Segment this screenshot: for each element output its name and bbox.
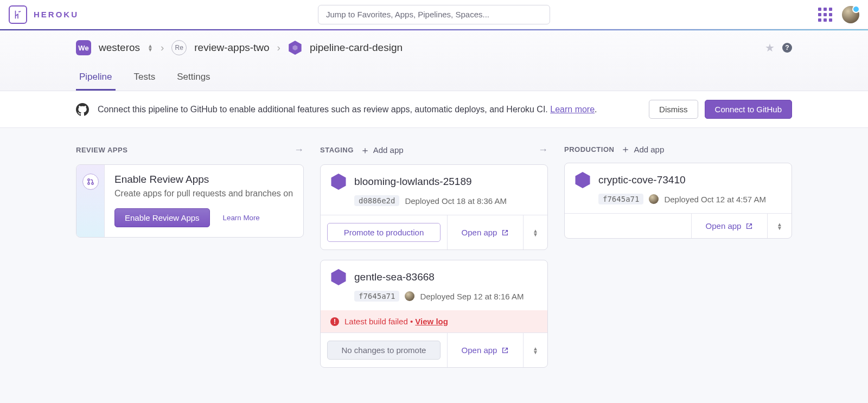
banner-learn-more-link[interactable]: Learn more	[550, 105, 595, 114]
user-avatar[interactable]	[842, 6, 859, 23]
staging-app-card: blooming-lowlands-25189 d0886e2d Deploye…	[320, 164, 548, 250]
plus-icon: ＋	[360, 145, 370, 155]
arrow-right-icon: →	[538, 144, 548, 156]
column-staging: STAGING ＋Add app → blooming-lowlands-251…	[320, 144, 548, 378]
enable-review-apps-button[interactable]: Enable Review Apps	[114, 208, 210, 227]
global-search-input[interactable]	[318, 5, 550, 24]
add-app-button[interactable]: ＋Add app	[621, 144, 664, 154]
app-hex-icon	[575, 172, 591, 188]
column-production: PRODUCTION ＋Add app cryptic-cove-73410 f…	[564, 144, 792, 248]
app-switcher-icon[interactable]	[818, 8, 832, 22]
breadcrumb: We westeros ▲▼ › Re review-apps-two › pi…	[76, 40, 792, 55]
connect-github-button[interactable]: Connect to GitHub	[705, 100, 792, 119]
review-card-desc: Create apps for pull requests and branch…	[114, 189, 293, 199]
production-app-card: cryptic-cove-73410 f7645a71 Deployed Oct…	[564, 163, 792, 239]
team-badge-icon[interactable]: We	[76, 40, 91, 55]
global-header: HEROKU	[0, 0, 868, 29]
pipeline-hex-icon	[288, 41, 302, 55]
view-log-link[interactable]: View log	[415, 317, 448, 326]
chevron-right-icon: ›	[161, 42, 164, 54]
commit-sha[interactable]: d0886e2d	[354, 195, 399, 206]
github-icon	[76, 103, 89, 116]
svg-point-2	[91, 183, 93, 185]
breadcrumb-space[interactable]: review-apps-two	[194, 42, 269, 54]
deploy-time: Deployed Sep 12 at 8:16 AM	[420, 292, 524, 301]
tab-settings[interactable]: Settings	[174, 65, 213, 91]
review-apps-card: Enable Review Apps Create apps for pull …	[76, 164, 304, 238]
breadcrumb-pipeline: pipeline-card-design	[310, 42, 403, 54]
tab-pipeline[interactable]: Pipeline	[76, 65, 116, 91]
app-name[interactable]: gentle-sea-83668	[354, 271, 435, 283]
learn-more-button[interactable]: Learn More	[223, 214, 260, 222]
help-icon[interactable]: ?	[782, 43, 792, 53]
column-title: REVIEW APPS	[76, 146, 127, 154]
app-name[interactable]: cryptic-cove-73410	[598, 174, 686, 186]
deployer-avatar-icon	[649, 194, 659, 204]
build-error-banner: Latest build failed • View log	[321, 310, 547, 332]
column-title: PRODUCTION	[564, 145, 614, 153]
open-app-button[interactable]: Open app	[692, 214, 768, 238]
more-actions-button[interactable]: ▲▼	[768, 214, 792, 238]
app-name[interactable]: blooming-lowlands-25189	[354, 176, 472, 188]
pull-request-icon	[82, 174, 99, 190]
review-card-title: Enable Review Apps	[114, 174, 293, 185]
heroku-logo-icon[interactable]	[9, 5, 27, 24]
error-text: Latest build failed	[344, 317, 408, 326]
review-strip	[76, 165, 105, 237]
favorite-star-icon[interactable]: ★	[765, 41, 775, 54]
pipeline-board: REVIEW APPS → Enable Review Apps Create …	[65, 128, 803, 394]
app-hex-icon	[330, 269, 347, 285]
commit-sha[interactable]: f7645a71	[598, 194, 643, 204]
more-actions-button[interactable]: ▲▼	[524, 215, 547, 250]
chevron-right-icon: ›	[277, 42, 280, 54]
plus-icon: ＋	[621, 144, 630, 154]
open-app-button[interactable]: Open app	[448, 333, 524, 367]
breadcrumb-team[interactable]: westeros	[99, 42, 140, 54]
promote-button[interactable]: Promote to production	[327, 223, 441, 242]
team-switch-icon[interactable]: ▲▼	[148, 44, 153, 52]
open-app-button[interactable]: Open app	[448, 215, 524, 250]
pipeline-tabs: Pipeline Tests Settings	[76, 65, 792, 91]
svg-point-1	[87, 183, 90, 185]
deploy-time: Deployed Oct 18 at 8:36 AM	[405, 196, 507, 206]
external-link-icon	[745, 222, 753, 230]
add-app-button[interactable]: ＋Add app	[360, 145, 404, 155]
app-hex-icon	[330, 174, 347, 190]
error-icon	[330, 317, 339, 326]
commit-sha[interactable]: f7645a71	[354, 291, 399, 302]
github-connect-banner: Connect this pipeline to GitHub to enabl…	[0, 91, 868, 128]
promote-button-disabled: No changes to promote	[327, 341, 441, 360]
banner-text: Connect this pipeline to GitHub to enabl…	[98, 105, 597, 114]
brand-name: HEROKU	[34, 10, 79, 19]
deployer-avatar-icon	[405, 291, 414, 301]
arrow-right-icon: →	[294, 144, 304, 156]
column-title: STAGING	[320, 146, 354, 154]
external-link-icon	[501, 229, 509, 236]
more-actions-button[interactable]: ▲▼	[524, 333, 547, 367]
space-badge-icon[interactable]: Re	[171, 40, 187, 55]
tab-tests[interactable]: Tests	[131, 65, 159, 91]
dismiss-button[interactable]: Dismiss	[649, 100, 698, 119]
column-review-apps: REVIEW APPS → Enable Review Apps Create …	[76, 144, 304, 247]
svg-point-0	[87, 179, 90, 181]
external-link-icon	[501, 347, 509, 354]
staging-app-card: gentle-sea-83668 f7645a71 Deployed Sep 1…	[320, 260, 548, 368]
deploy-time: Deployed Oct 12 at 4:57 AM	[664, 195, 766, 204]
subheader: We westeros ▲▼ › Re review-apps-two › pi…	[0, 30, 868, 91]
